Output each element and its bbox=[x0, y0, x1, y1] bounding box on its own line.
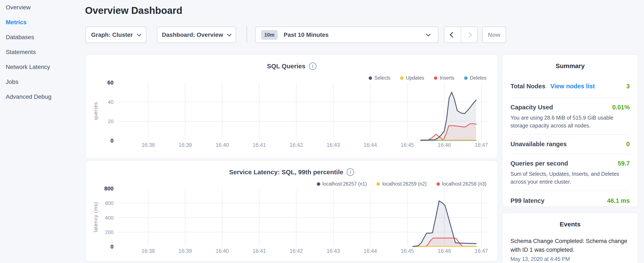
sql-queries-chart[interactable]: 16:3816:3916:4016:4116:4216:4316:4416:45… bbox=[86, 79, 498, 154]
event-timestamp: May 13, 2020 at 4:45 PM bbox=[510, 256, 630, 262]
summary-subtext: Sum of Selects, Updates, Inserts, and De… bbox=[510, 170, 630, 186]
chevron-left-icon bbox=[450, 32, 456, 38]
summary-label: Queries per second bbox=[510, 160, 568, 167]
svg-text:200: 200 bbox=[105, 229, 114, 235]
svg-text:20: 20 bbox=[108, 119, 114, 124]
graph-dropdown-label: Graph: Cluster bbox=[91, 32, 133, 38]
graph-dropdown[interactable]: Graph: Cluster bbox=[86, 27, 146, 43]
svg-text:16:45: 16:45 bbox=[400, 248, 414, 254]
time-range-label: Past 10 Minutes bbox=[284, 32, 329, 38]
dashboard-dropdown[interactable]: Dashboard: Overview bbox=[157, 27, 236, 43]
view-nodes-link[interactable]: View nodes list bbox=[550, 83, 595, 90]
svg-text:16:44: 16:44 bbox=[364, 248, 377, 254]
events-panel: Events Schema Change Completed: Schema c… bbox=[502, 212, 638, 263]
summary-row: Queries per second59.7Sum of Selects, Up… bbox=[510, 154, 630, 191]
chart-title: SQL Queries bbox=[267, 63, 305, 70]
svg-text:60: 60 bbox=[107, 79, 114, 86]
svg-text:600: 600 bbox=[105, 200, 114, 206]
summary-row: Capacity Used0.01%You are using 28.6 MiB… bbox=[510, 98, 630, 135]
svg-text:16:38: 16:38 bbox=[142, 248, 155, 254]
svg-text:16:41: 16:41 bbox=[252, 142, 266, 148]
time-range-dropdown[interactable]: 10m Past 10 Minutes bbox=[255, 27, 438, 43]
svg-text:16:41: 16:41 bbox=[252, 248, 266, 254]
svg-text:16:46: 16:46 bbox=[438, 248, 451, 254]
divider bbox=[247, 26, 247, 43]
summary-label: P99 latency bbox=[510, 197, 544, 204]
sidebar-item-databases[interactable]: Databases bbox=[0, 30, 85, 45]
sql-queries-card: SQL Queries i SelectsUpdatesInsertsDelet… bbox=[86, 54, 498, 159]
time-step-forward-button[interactable] bbox=[461, 27, 477, 43]
svg-text:16:46: 16:46 bbox=[438, 142, 451, 148]
svg-text:800: 800 bbox=[104, 185, 114, 192]
svg-text:16:44: 16:44 bbox=[364, 142, 377, 148]
svg-text:16:40: 16:40 bbox=[216, 142, 229, 148]
svg-text:16:42: 16:42 bbox=[290, 248, 303, 254]
sidebar-item-statements[interactable]: Statements bbox=[0, 45, 85, 60]
svg-text:16:47: 16:47 bbox=[475, 142, 488, 148]
service-latency-card: Service Latency: SQL, 99th percentile i … bbox=[86, 160, 498, 261]
summary-row: Unavailable ranges0 bbox=[510, 135, 630, 154]
summary-value: 46.1 ms bbox=[607, 197, 630, 204]
summary-label: Unavailable ranges bbox=[510, 141, 566, 148]
dashboard-dropdown-label: Dashboard: Overview bbox=[162, 32, 223, 38]
summary-panel: Summary Total NodesView nodes list3Capac… bbox=[502, 54, 638, 207]
svg-text:16:43: 16:43 bbox=[326, 248, 340, 254]
info-icon[interactable]: i bbox=[346, 168, 354, 176]
time-step-back-button[interactable] bbox=[444, 27, 461, 43]
time-step-buttons bbox=[444, 27, 478, 43]
events-title: Events bbox=[510, 213, 630, 228]
summary-label: Total Nodes bbox=[510, 83, 545, 90]
summary-value: 59.7 bbox=[618, 160, 630, 167]
summary-row: Total NodesView nodes list3 bbox=[510, 75, 630, 98]
page-title: Overview Dashboard bbox=[85, 5, 182, 16]
sidebar-item-jobs[interactable]: Jobs bbox=[0, 75, 85, 89]
chevron-down-icon bbox=[137, 32, 141, 36]
sidebar-nav: OverviewMetricsDatabasesStatementsNetwor… bbox=[0, 0, 85, 104]
chevron-right-icon bbox=[466, 32, 472, 38]
svg-text:16:40: 16:40 bbox=[216, 248, 229, 254]
summary-value: 0 bbox=[626, 141, 630, 148]
svg-text:16:45: 16:45 bbox=[400, 142, 414, 148]
summary-value: 0.01% bbox=[612, 104, 630, 111]
events-list: Schema Change Completed: Schema change w… bbox=[510, 237, 630, 262]
svg-text:16:47: 16:47 bbox=[475, 248, 488, 254]
svg-text:16:39: 16:39 bbox=[178, 142, 192, 148]
chevron-down-icon bbox=[426, 32, 430, 36]
now-button[interactable]: Now bbox=[482, 27, 506, 43]
svg-text:0: 0 bbox=[110, 243, 114, 250]
svg-text:16:38: 16:38 bbox=[142, 142, 155, 148]
svg-text:400: 400 bbox=[105, 215, 114, 221]
sidebar-item-network-latency[interactable]: Network Latency bbox=[0, 60, 85, 75]
svg-text:16:39: 16:39 bbox=[178, 248, 192, 254]
summary-rows: Total NodesView nodes list3Capacity Used… bbox=[510, 75, 630, 211]
sidebar-item-metrics[interactable]: Metrics bbox=[0, 15, 85, 30]
info-icon[interactable]: i bbox=[309, 62, 316, 70]
sidebar-item-overview[interactable]: Overview bbox=[0, 0, 85, 15]
chart-title: Service Latency: SQL, 99th percentile bbox=[229, 168, 343, 176]
svg-text:0: 0 bbox=[110, 137, 114, 144]
summary-title: Summary bbox=[510, 55, 630, 70]
time-range-badge: 10m bbox=[261, 30, 278, 40]
svg-text:16:43: 16:43 bbox=[326, 142, 340, 148]
summary-label: Capacity Used bbox=[510, 104, 553, 111]
chevron-down-icon bbox=[227, 32, 232, 36]
svg-text:16:42: 16:42 bbox=[290, 142, 303, 148]
sidebar-item-advanced-debug[interactable]: Advanced Debug bbox=[0, 89, 85, 104]
summary-value: 3 bbox=[626, 83, 630, 90]
svg-text:40: 40 bbox=[108, 99, 114, 105]
summary-row: P99 latency46.1 ms bbox=[510, 191, 630, 211]
service-latency-chart[interactable]: 16:3816:3916:4016:4116:4216:4316:4416:45… bbox=[86, 185, 498, 260]
summary-subtext: You are using 28.6 MiB of 515.9 GiB usab… bbox=[510, 114, 630, 130]
event-message: Schema Change Completed: Schema change w… bbox=[510, 237, 630, 254]
